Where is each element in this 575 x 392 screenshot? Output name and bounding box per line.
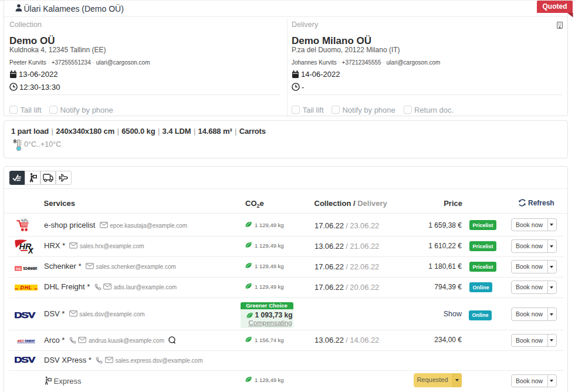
svg-text:TRANSPORT: TRANSPORT: [25, 339, 36, 343]
svg-text:SCHENKER: SCHENKER: [23, 266, 38, 271]
svg-text:ARCO: ARCO: [17, 339, 24, 343]
svg-text:DHL: DHL: [21, 285, 32, 290]
svg-text:DB: DB: [16, 267, 21, 271]
svg-text:DSV: DSV: [15, 312, 35, 320]
svg-text:DSV: DSV: [15, 357, 35, 364]
